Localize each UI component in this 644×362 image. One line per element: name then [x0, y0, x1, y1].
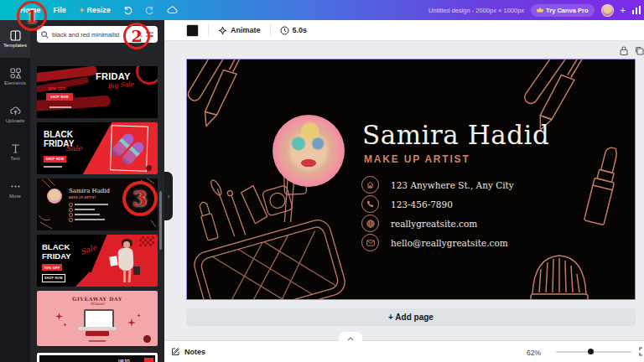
template-giveaway-day[interactable]: GIVEAWAY DAY Winner — [37, 291, 158, 346]
more-icon — [10, 181, 21, 192]
redo-icon[interactable] — [145, 6, 154, 15]
ribbon — [86, 331, 109, 336]
template-script: Sale — [65, 145, 82, 153]
panel-collapse-tab[interactable]: ‹ — [164, 172, 173, 220]
elements-icon — [10, 68, 21, 79]
zoom-level[interactable]: 62% — [527, 349, 541, 357]
add-page-button[interactable]: + Add page — [186, 308, 636, 326]
animate-button[interactable]: Animate — [231, 26, 261, 34]
top-bar: Home File ✦ Resize Untitled design - 200… — [0, 0, 644, 20]
clock-icon — [280, 26, 289, 35]
fullscreen-icon[interactable] — [639, 347, 644, 356]
badge-dot — [146, 165, 152, 171]
design-name-text[interactable]: Samira Hadid — [362, 120, 549, 150]
notes-button[interactable]: Notes — [171, 347, 205, 356]
woman-head — [123, 241, 130, 248]
contact-line — [69, 203, 73, 207]
copy-icon[interactable] — [635, 46, 644, 55]
annotation-circle-3: 3 — [122, 181, 158, 216]
sparkle-shape — [127, 318, 136, 327]
phone-icon — [366, 200, 374, 208]
template-title: GIVEAWAY DAY — [37, 296, 158, 302]
template-title: FRIDAY — [96, 72, 131, 81]
decor-shape — [136, 66, 158, 85]
chevron-left-icon: ‹ — [168, 193, 170, 200]
try-canva-pro-button[interactable]: Try Canva Pro — [531, 4, 594, 17]
template-line2: FRIDAY — [42, 252, 71, 261]
zoom-slider-handle[interactable] — [588, 349, 594, 354]
zoom-slider[interactable] — [556, 351, 631, 353]
menu-resize[interactable]: ✦ Resize — [79, 6, 111, 14]
template-button: SHOP NOW — [46, 93, 73, 101]
laptop-base — [78, 327, 117, 330]
template-offer: 30% OFF — [48, 86, 65, 91]
contact-row[interactable]: hello@reallygreatsite.com — [361, 233, 514, 252]
sidebar-item-text[interactable]: Text — [0, 133, 30, 171]
home-icon — [366, 181, 374, 189]
red-tag — [144, 358, 153, 362]
animate-icon — [218, 26, 227, 35]
checker-pattern — [139, 236, 154, 246]
contact-row[interactable]: 123 Anywhere St., Any City — [361, 175, 514, 194]
search-icon — [41, 31, 49, 39]
panel-scrollbar[interactable] — [159, 191, 162, 250]
contact-line — [75, 219, 105, 220]
design-canvas[interactable]: Samira Hadid MAKE UP ARTIST 123 Anywhere… — [186, 59, 636, 300]
contact-row[interactable]: reallygreatsite.com — [361, 214, 514, 233]
badge-dot — [143, 335, 151, 343]
woman-dress — [117, 248, 133, 272]
laptop-screen — [84, 309, 114, 328]
email-icon — [366, 240, 375, 246]
shopping-bag-dark — [133, 266, 140, 275]
notes-icon — [171, 347, 180, 356]
uploads-icon — [10, 106, 21, 116]
search-value: black and red minimalist — [52, 31, 133, 39]
sparkle-shape — [137, 313, 141, 318]
contact-line — [75, 209, 95, 210]
template-button: SHOP NOW — [42, 274, 65, 282]
add-member-icon[interactable]: + — [621, 5, 626, 15]
contact-text: hello@reallygreatsite.com — [391, 238, 508, 248]
status-bar: Notes 62% — [164, 340, 644, 362]
template-black-friday-slippers[interactable]: BLACK FRIDAY Sale SHOP NOW — [37, 122, 158, 174]
contact-text: 123 Anywhere St., Any City — [391, 180, 514, 190]
undo-icon[interactable] — [123, 6, 132, 15]
template-line1: BLACK — [42, 243, 70, 251]
sidebar-item-uploads[interactable]: Uploads — [0, 96, 30, 133]
template-black-friday-shopper[interactable]: BLACK FRIDAY Sale 70% OFF SHOP NOW — [37, 235, 158, 287]
menu-file[interactable]: File — [53, 6, 65, 14]
canvas-toolbar: Animate 5.0s — [164, 20, 644, 41]
template-black-sale-50[interactable]: BLACK UP TO 50% — [37, 353, 158, 362]
annotation-circle-1: 1 — [17, 1, 47, 31]
chart-icon[interactable] — [632, 6, 641, 14]
divider — [208, 24, 209, 36]
bottom-panel-toggle[interactable] — [339, 332, 362, 341]
lock-icon[interactable] — [620, 46, 628, 55]
contact-line — [69, 218, 73, 222]
contact-row[interactable]: 123-456-7890 — [361, 194, 514, 214]
sidebar-item-more[interactable]: More — [0, 171, 30, 209]
design-role-text[interactable]: MAKE UP ARTIST — [364, 153, 470, 165]
sidebar-rail: Templates Elements Uploads Text More — [0, 20, 30, 362]
contact-line — [69, 213, 73, 217]
template-line1: BLACK — [44, 131, 73, 139]
templates-icon — [10, 30, 21, 41]
template-black-friday-grunge[interactable]: FRIDAY Big Sale 30% OFF SHOP NOW — [37, 66, 158, 118]
duration-button[interactable]: 5.0s — [293, 26, 308, 34]
contact-line — [75, 214, 100, 215]
cloud-status-icon[interactable] — [167, 6, 178, 14]
canva-editor: Home File ✦ Resize Untitled design - 200… — [0, 0, 644, 362]
woman-leg — [123, 270, 126, 282]
document-title[interactable]: Untitled design - 2000px × 1000px — [428, 7, 524, 14]
divider — [270, 24, 271, 36]
avatar[interactable] — [601, 4, 614, 17]
fill-color-swatch[interactable] — [186, 24, 199, 37]
sidebar-item-elements[interactable]: Elements — [0, 58, 30, 96]
url-placeholder — [44, 166, 62, 168]
sparkle-shape — [55, 313, 63, 320]
footer-text-bar — [89, 340, 106, 342]
profile-photo[interactable] — [273, 115, 345, 187]
contact-text: reallygreatsite.com — [391, 219, 477, 229]
url-placeholder — [49, 106, 71, 108]
resize-sparkle-icon: ✦ — [79, 7, 85, 14]
